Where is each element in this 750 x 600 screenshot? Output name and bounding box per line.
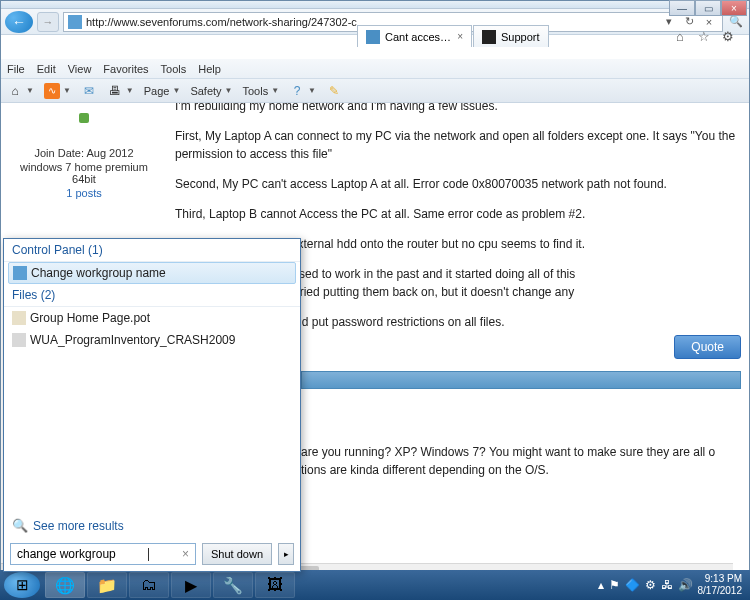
titlebar: — ▭ × xyxy=(1,1,749,9)
tab-favicon xyxy=(366,30,380,44)
highlight-icon[interactable]: ✎ xyxy=(326,83,342,99)
separator-bar xyxy=(301,371,741,389)
rss-icon[interactable]: ∿ xyxy=(44,83,60,99)
tab-network[interactable]: Cant access netwo... × xyxy=(357,25,472,47)
result-file-1[interactable]: Group Home Page.pot xyxy=(4,307,300,329)
help-icon[interactable]: ? xyxy=(289,83,305,99)
menu-view[interactable]: View xyxy=(68,63,92,75)
clock[interactable]: 9:13 PM 8/17/2012 xyxy=(698,573,743,597)
tools-menu[interactable]: Tools ▼ xyxy=(243,85,280,97)
quote-button[interactable]: Quote xyxy=(674,335,741,359)
tray-icon[interactable]: ▴ xyxy=(598,578,604,592)
tab-favicon xyxy=(482,30,496,44)
tray-icon[interactable]: ⚑ xyxy=(609,578,620,592)
shutdown-options[interactable]: ▸ xyxy=(278,543,294,565)
mail-icon[interactable]: ✉ xyxy=(81,83,97,99)
minimize-button[interactable]: — xyxy=(669,0,695,16)
navigation-bar: ← → http://www.sevenforums.com/network-s… xyxy=(1,9,749,35)
tab-label: Cant access netwo... xyxy=(385,31,452,43)
taskbar-app[interactable]: 🔧 xyxy=(213,572,253,598)
post-count[interactable]: 1 posts xyxy=(7,187,161,199)
taskbar-photos[interactable]: 🖼 xyxy=(255,572,295,598)
safety-menu[interactable]: Safety ▼ xyxy=(190,85,232,97)
see-more-results[interactable]: 🔍 See more results xyxy=(12,518,124,533)
forum-toolbar: ⌂▼ ∿▼ ✉ 🖶▼ Page ▼ Safety ▼ Tools ▼ ?▼ ✎ xyxy=(1,79,749,103)
post-line: Second, My PC can't access Laptop A at a… xyxy=(175,175,741,193)
tab-label: Support xyxy=(501,31,540,43)
menu-bar: File Edit View Favorites Tools Help xyxy=(1,59,749,79)
tab-close-icon[interactable]: × xyxy=(457,31,463,42)
forward-button[interactable]: → xyxy=(37,12,59,32)
menu-tools[interactable]: Tools xyxy=(161,63,187,75)
page-menu[interactable]: Page ▼ xyxy=(144,85,181,97)
network-icon[interactable]: 🖧 xyxy=(661,578,673,592)
back-button[interactable]: ← xyxy=(5,11,33,33)
shutdown-button[interactable]: Shut down xyxy=(202,543,272,565)
join-date: Join Date: Aug 2012 xyxy=(7,147,161,159)
tray-icon[interactable]: ⚙ xyxy=(645,578,656,592)
tab-support[interactable]: Support xyxy=(473,25,549,47)
taskbar: ⊞ 🌐 📁 🗂 ▶ 🔧 🖼 ▴ ⚑ 🔷 ⚙ 🖧 🔊 9:13 PM 8/17/2… xyxy=(0,570,750,600)
home-icon[interactable]: ⌂ xyxy=(671,27,689,45)
reply-body: are you running? XP? Windows 7? You migh… xyxy=(301,443,741,479)
close-button[interactable]: × xyxy=(721,0,747,16)
reputation-icon xyxy=(79,113,89,123)
search-icon: 🔍 xyxy=(12,518,28,533)
menu-file[interactable]: File xyxy=(7,63,25,75)
post-line: Third, Laptop B cannot Access the PC at … xyxy=(175,205,741,223)
site-icon xyxy=(68,15,82,29)
file-icon xyxy=(12,333,26,347)
gear-icon[interactable]: ⚙ xyxy=(719,27,737,45)
start-menu-search: Control Panel (1) Change workgroup name … xyxy=(3,238,301,572)
taskbar-media[interactable]: ▶ xyxy=(171,572,211,598)
home-icon[interactable]: ⌂ xyxy=(7,83,23,99)
section-control-panel: Control Panel (1) xyxy=(4,239,300,262)
computer-icon xyxy=(13,266,27,280)
volume-icon[interactable]: 🔊 xyxy=(678,578,693,592)
taskbar-app[interactable]: 🗂 xyxy=(129,572,169,598)
clear-icon[interactable]: × xyxy=(182,547,189,561)
menu-help[interactable]: Help xyxy=(198,63,221,75)
file-icon xyxy=(12,311,26,325)
start-button[interactable]: ⊞ xyxy=(4,572,40,598)
section-files: Files (2) xyxy=(4,284,300,307)
post-line: First, My Laptop A can connect to my PC … xyxy=(175,127,741,163)
search-input[interactable]: change workgroup × xyxy=(10,543,196,565)
system-tray: ▴ ⚑ 🔷 ⚙ 🖧 🔊 9:13 PM 8/17/2012 xyxy=(598,573,747,597)
favorites-icon[interactable]: ☆ xyxy=(695,27,713,45)
menu-favorites[interactable]: Favorites xyxy=(103,63,148,75)
taskbar-ie[interactable]: 🌐 xyxy=(45,572,85,598)
print-icon[interactable]: 🖶 xyxy=(107,83,123,99)
taskbar-explorer[interactable]: 📁 xyxy=(87,572,127,598)
os-info: windows 7 home premium 64bit xyxy=(7,161,161,185)
menu-edit[interactable]: Edit xyxy=(37,63,56,75)
tray-icon[interactable]: 🔷 xyxy=(625,578,640,592)
post-sidebar: Join Date: Aug 2012 windows 7 home premi… xyxy=(1,103,167,207)
result-change-workgroup[interactable]: Change workgroup name xyxy=(8,262,296,284)
result-file-2[interactable]: WUA_ProgramInventory_CRASH2009 xyxy=(4,329,300,351)
maximize-button[interactable]: ▭ xyxy=(695,0,721,16)
post-line: I'm rebuilding my home network and I'm h… xyxy=(175,103,741,115)
